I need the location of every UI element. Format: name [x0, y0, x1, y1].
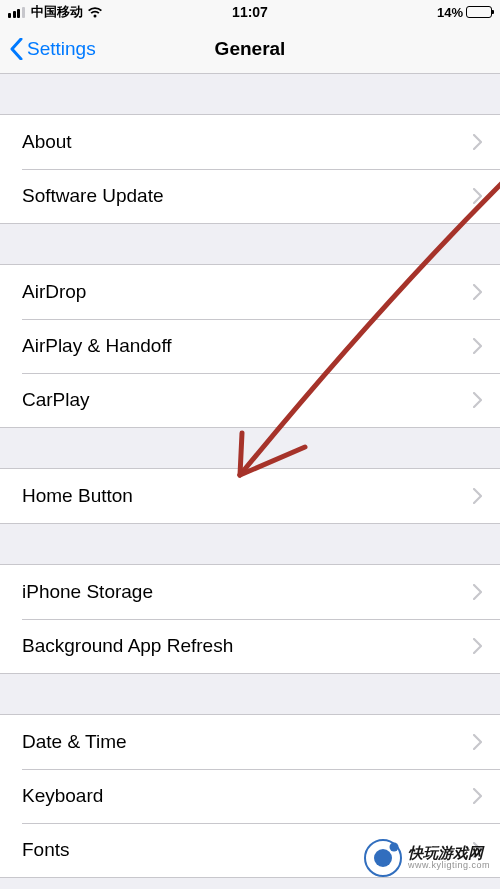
chevron-right-icon	[473, 488, 482, 504]
chevron-right-icon	[473, 788, 482, 804]
row-carplay[interactable]: CarPlay	[0, 373, 500, 427]
row-software-update[interactable]: Software Update	[0, 169, 500, 223]
row-airplay-handoff[interactable]: AirPlay & Handoff	[0, 319, 500, 373]
chevron-right-icon	[473, 284, 482, 300]
section-gap	[0, 674, 500, 714]
row-label: AirPlay & Handoff	[22, 335, 172, 357]
row-airdrop[interactable]: AirDrop	[0, 265, 500, 319]
watermark-main: 快玩游戏网	[408, 845, 490, 862]
chevron-right-icon	[473, 188, 482, 204]
chevron-right-icon	[473, 734, 482, 750]
watermark: 快玩游戏网 www.kyligting.com	[364, 839, 490, 877]
section-gap	[0, 428, 500, 468]
row-iphone-storage[interactable]: iPhone Storage	[0, 565, 500, 619]
row-about[interactable]: About	[0, 115, 500, 169]
row-keyboard[interactable]: Keyboard	[0, 769, 500, 823]
row-label: Keyboard	[22, 785, 103, 807]
chevron-right-icon	[473, 338, 482, 354]
row-label: CarPlay	[22, 389, 90, 411]
list-group-3: Home Button	[0, 468, 500, 524]
section-gap	[0, 74, 500, 114]
status-right: 14%	[437, 5, 492, 20]
section-gap	[0, 524, 500, 564]
carrier-label: 中国移动	[31, 3, 83, 21]
chevron-right-icon	[473, 638, 482, 654]
watermark-logo-icon	[364, 839, 402, 877]
status-left: 中国移动	[8, 3, 103, 21]
row-date-time[interactable]: Date & Time	[0, 715, 500, 769]
list-group-1: About Software Update	[0, 114, 500, 224]
watermark-text: 快玩游戏网 www.kyligting.com	[408, 845, 490, 871]
watermark-sub: www.kyligting.com	[408, 861, 490, 871]
svg-point-2	[389, 843, 398, 852]
row-home-button[interactable]: Home Button	[0, 469, 500, 523]
status-time: 11:07	[232, 4, 268, 20]
back-label: Settings	[27, 38, 96, 60]
row-label: Fonts	[22, 839, 70, 861]
battery-icon	[466, 6, 492, 18]
row-label: iPhone Storage	[22, 581, 153, 603]
signal-icon	[8, 7, 25, 18]
row-background-app-refresh[interactable]: Background App Refresh	[0, 619, 500, 673]
svg-point-1	[374, 849, 392, 867]
list-group-2: AirDrop AirPlay & Handoff CarPlay	[0, 264, 500, 428]
row-label: AirDrop	[22, 281, 86, 303]
nav-bar: Settings General	[0, 24, 500, 74]
chevron-right-icon	[473, 392, 482, 408]
wifi-icon	[87, 6, 103, 18]
row-label: Background App Refresh	[22, 635, 233, 657]
row-label: Date & Time	[22, 731, 127, 753]
row-label: Software Update	[22, 185, 164, 207]
section-gap	[0, 224, 500, 264]
list-group-4: iPhone Storage Background App Refresh	[0, 564, 500, 674]
row-label: About	[22, 131, 72, 153]
back-button[interactable]: Settings	[10, 38, 96, 60]
chevron-right-icon	[473, 134, 482, 150]
page-title: General	[215, 38, 286, 60]
status-bar: 中国移动 11:07 14%	[0, 0, 500, 24]
chevron-left-icon	[10, 38, 23, 60]
chevron-right-icon	[473, 584, 482, 600]
battery-percent: 14%	[437, 5, 463, 20]
content: About Software Update AirDrop AirPlay & …	[0, 74, 500, 878]
row-label: Home Button	[22, 485, 133, 507]
